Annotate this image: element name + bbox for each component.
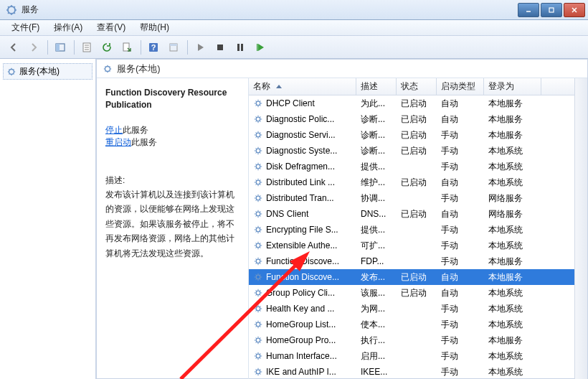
service-list[interactable]: DHCP Client为此...已启动自动本地服务Diagnostic Poli… — [249, 95, 574, 379]
cell-logon: 本地系统 — [484, 350, 541, 362]
close-button[interactable] — [564, 3, 585, 17]
cell-startup: 手动 — [437, 161, 484, 173]
svg-rect-9 — [123, 43, 129, 51]
toolbar-separator — [187, 40, 188, 55]
sort-asc-icon — [276, 85, 282, 88]
menu-help[interactable]: 帮助(H) — [133, 20, 176, 35]
menu-view[interactable]: 查看(V) — [90, 20, 133, 35]
service-gear-icon — [253, 98, 263, 108]
window-buttons — [516, 3, 585, 17]
service-row[interactable]: DHCP Client为此...已启动自动本地服务 — [249, 95, 574, 111]
cell-desc: FDP... — [356, 256, 397, 266]
svg-point-33 — [256, 307, 260, 311]
svg-point-36 — [256, 354, 260, 358]
cell-startup: 手动 — [437, 145, 484, 157]
svg-rect-16 — [241, 44, 243, 51]
service-gear-icon — [253, 240, 263, 251]
svg-point-34 — [256, 322, 260, 327]
service-row[interactable]: DNS ClientDNS...已启动自动网络服务 — [249, 206, 574, 222]
stop-service-link[interactable]: 停止 — [105, 125, 123, 135]
service-row[interactable]: Human Interface...启用...手动本地系统 — [249, 348, 574, 364]
col-header-logon[interactable]: 登录为 — [484, 78, 541, 95]
content-header-title: 服务(本地) — [117, 62, 161, 75]
cell-name: Distributed Link ... — [249, 177, 356, 187]
cell-desc: 执行... — [356, 334, 397, 347]
service-row[interactable]: Function Discove...FDP...手动本地服务 — [249, 253, 574, 269]
help-button[interactable]: ? — [144, 39, 163, 56]
svg-point-37 — [256, 370, 260, 374]
list-header: 名称 描述 状态 启动类型 登录为 — [249, 78, 574, 95]
menu-file[interactable]: 文件(F) — [4, 20, 47, 35]
service-row[interactable]: Health Key and ...为网...手动本地系统 — [249, 301, 574, 317]
nav-back-button[interactable] — [4, 39, 23, 56]
cell-name: HomeGroup Pro... — [249, 335, 356, 345]
service-row[interactable]: Disk Defragmen...提供...手动本地系统 — [249, 159, 574, 174]
service-row[interactable]: Encrypting File S...提供...手动本地系统 — [249, 222, 574, 238]
svg-point-30 — [256, 259, 260, 263]
properties-button[interactable] — [77, 39, 96, 56]
cell-status: 已启动 — [397, 208, 437, 220]
service-row[interactable]: Diagnostic Servi...诊断...已启动手动本地服务 — [249, 127, 574, 143]
cell-desc: 诊断... — [356, 129, 397, 141]
col-header-desc[interactable]: 描述 — [356, 78, 397, 95]
nav-forward-button[interactable] — [24, 39, 43, 56]
service-row[interactable]: HomeGroup List...使本...手动本地系统 — [249, 317, 574, 332]
cell-name: IKE and AuthIP I... — [249, 367, 356, 377]
col-header-status[interactable]: 状态 — [397, 78, 437, 95]
service-row[interactable]: Distributed Link ...维护...已启动自动本地系统 — [249, 174, 574, 190]
service-row[interactable]: IKE and AuthIP I...IKEE...手动本地系统 — [249, 364, 574, 379]
tree-item-services-local[interactable]: 服务(本地) — [3, 63, 93, 80]
cell-startup: 自动 — [437, 271, 484, 284]
toolbar-separator — [74, 40, 75, 55]
cell-logon: 本地系统 — [484, 224, 541, 236]
cell-desc: 维护... — [356, 177, 397, 189]
maximize-button[interactable] — [541, 3, 562, 17]
svg-point-25 — [256, 180, 260, 184]
cell-startup: 手动 — [437, 240, 484, 252]
service-row[interactable]: HomeGroup Pro...执行...手动本地服务 — [249, 332, 574, 348]
svg-point-23 — [256, 149, 260, 153]
cell-startup: 手动 — [437, 350, 484, 362]
service-gear-icon — [253, 146, 263, 156]
cell-status: 已启动 — [397, 271, 437, 284]
cell-logon: 本地服务 — [484, 334, 541, 347]
pause-service-button[interactable] — [231, 39, 250, 56]
start-service-button[interactable] — [191, 39, 209, 56]
svg-text:?: ? — [151, 43, 156, 52]
service-row[interactable]: Function Discove...发布...已启动自动本地服务 — [249, 269, 574, 285]
restart-service-link[interactable]: 重启动 — [105, 137, 131, 147]
show-hide-tree-button[interactable] — [51, 39, 70, 56]
svg-rect-15 — [237, 44, 240, 51]
minimize-button[interactable] — [518, 3, 539, 17]
cell-desc: 诊断... — [356, 145, 397, 157]
refresh-button[interactable] — [98, 39, 116, 56]
cell-desc: 提供... — [356, 224, 397, 236]
cell-name: DNS Client — [249, 209, 356, 219]
vertical-scrollbar[interactable] — [574, 78, 587, 379]
service-row[interactable]: Diagnostic Syste...诊断...已启动手动本地系统 — [249, 143, 574, 159]
service-row[interactable]: Extensible Authe...可扩...手动本地系统 — [249, 238, 574, 253]
restart-suffix-text: 此服务 — [131, 137, 157, 147]
description-label: 描述: — [105, 173, 241, 187]
cell-desc: 使本... — [356, 319, 397, 331]
service-row[interactable]: Distributed Tran...协调...手动网络服务 — [249, 190, 574, 206]
cell-name: DHCP Client — [249, 98, 356, 108]
service-row[interactable]: Diagnostic Polic...诊断...已启动自动本地服务 — [249, 111, 574, 127]
unknown-toolbar-icon[interactable] — [164, 39, 183, 56]
cell-name: Human Interface... — [249, 351, 356, 361]
cell-name: Group Policy Cli... — [249, 288, 356, 298]
service-gear-icon — [253, 193, 263, 203]
stop-service-button[interactable] — [211, 39, 229, 56]
cell-startup: 自动 — [437, 208, 484, 220]
restart-service-button[interactable] — [251, 39, 270, 56]
export-list-button[interactable] — [118, 39, 136, 56]
col-header-name[interactable]: 名称 — [249, 78, 356, 95]
service-gear-icon — [253, 177, 263, 187]
service-row[interactable]: Group Policy Cli...该服...已启动自动本地系统 — [249, 285, 574, 301]
service-gear-icon — [253, 114, 263, 124]
menu-action[interactable]: 操作(A) — [47, 20, 90, 35]
cell-logon: 本地服务 — [484, 98, 541, 110]
col-header-startup[interactable]: 启动类型 — [437, 78, 484, 95]
service-gear-icon — [253, 225, 263, 235]
cell-name: Diagnostic Polic... — [249, 114, 356, 124]
